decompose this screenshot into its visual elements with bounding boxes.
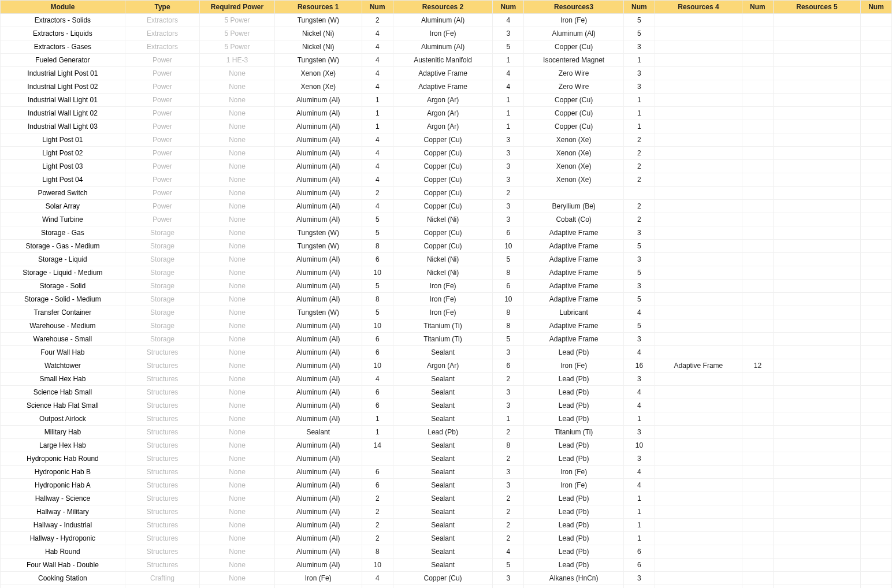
cell-n1[interactable]: 4 bbox=[362, 147, 393, 160]
cell-n5[interactable] bbox=[860, 226, 891, 240]
cell-n4[interactable] bbox=[742, 94, 773, 107]
cell-n3[interactable]: 10 bbox=[623, 439, 655, 452]
cell-module[interactable]: Hallway - Hydroponic bbox=[1, 532, 125, 545]
cell-n2[interactable]: 3 bbox=[493, 147, 524, 160]
cell-r2[interactable]: Iron (Fe) bbox=[393, 306, 493, 319]
cell-n5[interactable] bbox=[860, 133, 891, 147]
cell-r5[interactable] bbox=[773, 94, 860, 107]
cell-power[interactable]: None bbox=[200, 532, 274, 545]
cell-type[interactable]: Structures bbox=[125, 359, 199, 373]
cell-n2[interactable]: 3 bbox=[493, 572, 524, 585]
cell-r2[interactable]: Sealant bbox=[393, 386, 493, 399]
cell-type[interactable]: Structures bbox=[125, 439, 199, 452]
cell-type[interactable]: Structures bbox=[125, 346, 199, 359]
cell-power[interactable]: None bbox=[200, 187, 274, 200]
cell-n5[interactable] bbox=[860, 240, 891, 253]
cell-module[interactable]: Storage - Gas - Medium bbox=[1, 240, 125, 253]
cell-type[interactable]: Extractors bbox=[125, 40, 199, 54]
cell-n1[interactable]: 1 bbox=[362, 94, 393, 107]
cell-r5[interactable] bbox=[773, 40, 860, 54]
cell-n5[interactable] bbox=[860, 187, 891, 200]
cell-n4[interactable] bbox=[742, 545, 773, 559]
cell-r3[interactable]: Lead (Pb) bbox=[524, 545, 624, 559]
cell-r3[interactable]: Lubricant bbox=[524, 306, 624, 319]
cell-r5[interactable] bbox=[773, 253, 860, 266]
cell-n5[interactable] bbox=[860, 505, 891, 519]
cell-n2[interactable]: 4 bbox=[493, 67, 524, 80]
cell-r5[interactable] bbox=[773, 492, 860, 505]
cell-r3[interactable]: Copper (Cu) bbox=[524, 120, 624, 133]
cell-r1[interactable]: Aluminum (Al) bbox=[274, 559, 362, 572]
cell-r3[interactable]: Xenon (Xe) bbox=[524, 160, 624, 173]
cell-r2[interactable]: Iron (Fe) bbox=[393, 280, 493, 293]
cell-n3[interactable]: 5 bbox=[623, 27, 655, 40]
cell-power[interactable]: None bbox=[200, 133, 274, 147]
cell-r2[interactable]: Copper (Cu) bbox=[393, 133, 493, 147]
cell-n3[interactable]: 4 bbox=[623, 466, 655, 479]
cell-module[interactable]: Hydroponic Hab Round bbox=[1, 452, 125, 466]
cell-module[interactable]: Hydroponic Hab A bbox=[1, 479, 125, 492]
cell-r2[interactable]: Argon (Ar) bbox=[393, 107, 493, 120]
cell-type[interactable]: Storage bbox=[125, 226, 199, 240]
cell-r3[interactable]: Xenon (Xe) bbox=[524, 147, 624, 160]
cell-module[interactable]: Watchtower bbox=[1, 359, 125, 373]
cell-module[interactable]: Four Wall Hab - Double bbox=[1, 559, 125, 572]
cell-n5[interactable] bbox=[860, 67, 891, 80]
cell-r2[interactable]: Sealant bbox=[393, 532, 493, 545]
cell-n4[interactable] bbox=[742, 559, 773, 572]
cell-r2[interactable]: Sealant bbox=[393, 346, 493, 359]
cell-r1[interactable]: Aluminum (Al) bbox=[274, 505, 362, 519]
cell-r1[interactable]: Aluminum (Al) bbox=[274, 545, 362, 559]
cell-n3[interactable]: 1 bbox=[623, 519, 655, 532]
cell-n1[interactable]: 4 bbox=[362, 173, 393, 187]
cell-type[interactable]: Storage bbox=[125, 333, 199, 346]
cell-r2[interactable]: Iron (Fe) bbox=[393, 293, 493, 306]
cell-n1[interactable]: 4 bbox=[362, 27, 393, 40]
cell-n1[interactable]: 8 bbox=[362, 293, 393, 306]
cell-module[interactable]: Hallway - Science bbox=[1, 492, 125, 505]
cell-power[interactable]: None bbox=[200, 346, 274, 359]
cell-n5[interactable] bbox=[860, 519, 891, 532]
cell-r4[interactable] bbox=[655, 94, 742, 107]
cell-type[interactable]: Storage bbox=[125, 319, 199, 333]
cell-type[interactable]: Power bbox=[125, 54, 199, 67]
cell-r4[interactable] bbox=[655, 412, 742, 426]
cell-r1[interactable]: Xenon (Xe) bbox=[274, 80, 362, 94]
cell-r4[interactable] bbox=[655, 519, 742, 532]
cell-n2[interactable]: 3 bbox=[493, 173, 524, 187]
cell-n2[interactable]: 8 bbox=[493, 266, 524, 280]
cell-r5[interactable] bbox=[773, 147, 860, 160]
cell-r5[interactable] bbox=[773, 213, 860, 226]
cell-n4[interactable] bbox=[742, 399, 773, 412]
cell-type[interactable]: Storage bbox=[125, 280, 199, 293]
cell-r3[interactable]: Iron (Fe) bbox=[524, 466, 624, 479]
cell-r2[interactable]: Sealant bbox=[393, 452, 493, 466]
cell-r2[interactable]: Copper (Cu) bbox=[393, 187, 493, 200]
cell-n3[interactable]: 3 bbox=[623, 280, 655, 293]
cell-r3[interactable]: Xenon (Xe) bbox=[524, 173, 624, 187]
cell-r5[interactable] bbox=[773, 107, 860, 120]
cell-r5[interactable] bbox=[773, 27, 860, 40]
cell-r4[interactable]: Adaptive Frame bbox=[655, 359, 742, 373]
cell-n3[interactable]: 2 bbox=[623, 213, 655, 226]
cell-r1[interactable]: Aluminum (Al) bbox=[274, 147, 362, 160]
cell-r4[interactable] bbox=[655, 426, 742, 439]
cell-r4[interactable] bbox=[655, 293, 742, 306]
cell-n3[interactable]: 3 bbox=[623, 80, 655, 94]
cell-type[interactable]: Power bbox=[125, 147, 199, 160]
cell-module[interactable]: Extractors - Solids bbox=[1, 14, 125, 27]
cell-r3[interactable]: Iron (Fe) bbox=[524, 14, 624, 27]
cell-power[interactable]: None bbox=[200, 173, 274, 187]
cell-r3[interactable]: Lead (Pb) bbox=[524, 519, 624, 532]
cell-n1[interactable]: 4 bbox=[362, 200, 393, 213]
cell-type[interactable]: Power bbox=[125, 160, 199, 173]
cell-n2[interactable]: 3 bbox=[493, 213, 524, 226]
cell-r5[interactable] bbox=[773, 293, 860, 306]
cell-n4[interactable] bbox=[742, 532, 773, 545]
cell-n2[interactable]: 1 bbox=[493, 107, 524, 120]
cell-r2[interactable]: Nickel (Ni) bbox=[393, 213, 493, 226]
cell-n4[interactable] bbox=[742, 27, 773, 40]
cell-n3[interactable]: 4 bbox=[623, 346, 655, 359]
cell-n3[interactable]: 6 bbox=[623, 545, 655, 559]
cell-module[interactable]: Industrial Light Post 01 bbox=[1, 67, 125, 80]
